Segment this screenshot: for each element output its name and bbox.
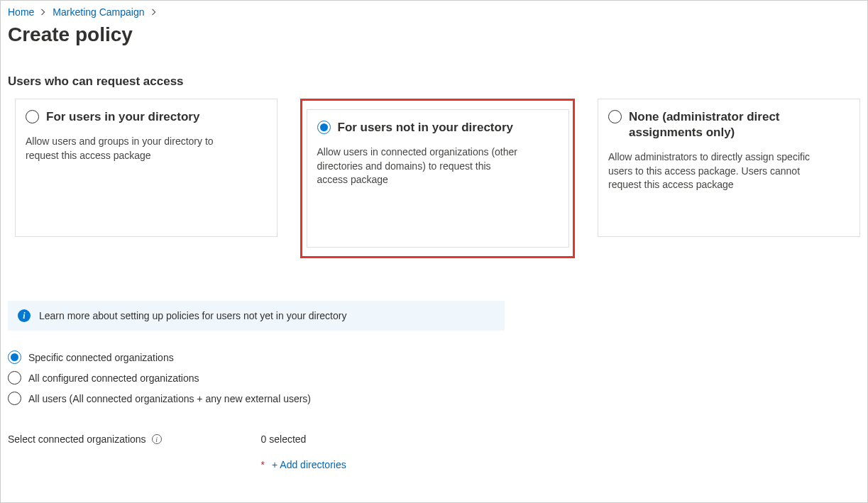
required-asterisk: * [261,459,265,470]
card-description: Allow administrators to directly assign … [608,150,814,192]
radio-icon [8,371,21,385]
scope-option-list: Specific connected organizations All con… [8,350,860,405]
label-text: Select connected organizations [8,433,146,445]
radio-icon [317,121,331,134]
card-none-admin-only[interactable]: None (administrator direct assignments o… [598,99,860,237]
option-all-configured-orgs[interactable]: All configured connected organizations [8,371,860,385]
page-title: Create policy [8,23,860,46]
breadcrumb: Home Marketing Campaign [8,6,860,18]
breadcrumb-home[interactable]: Home [8,6,34,18]
info-banner[interactable]: i Learn more about setting up policies f… [8,301,505,331]
option-label: All configured connected organizations [28,372,199,384]
option-specific-connected-orgs[interactable]: Specific connected organizations [8,350,860,364]
card-title: For users in your directory [46,109,199,125]
radio-icon [8,350,21,364]
radio-icon [8,392,21,405]
radio-icon [26,110,39,123]
request-scope-cards: For users in your directory Allow users … [8,99,860,258]
highlighted-card-frame: For users not in your directory Allow us… [300,99,575,258]
card-description: Allow users in connected organizations (… [317,145,523,187]
card-title: None (administrator direct assignments o… [629,109,850,140]
info-outline-icon[interactable]: i [152,434,162,444]
option-label: Specific connected organizations [28,352,174,363]
radio-icon [608,110,622,123]
selected-count: 0 selected [261,433,346,445]
chevron-right-icon [40,9,47,16]
section-users-label: Users who can request access [8,74,860,89]
card-title: For users not in your directory [338,120,514,136]
info-icon: i [18,309,31,322]
option-all-users[interactable]: All users (All connected organizations +… [8,392,860,405]
breadcrumb-campaign[interactable]: Marketing Campaign [53,6,144,18]
add-directories-link[interactable]: + Add directories [272,459,346,470]
select-connected-orgs-label: Select connected organizations i [8,433,162,445]
info-banner-text: Learn more about setting up policies for… [39,310,346,321]
card-description: Allow users and groups in your directory… [26,135,231,162]
option-label: All users (All connected organizations +… [28,393,311,404]
chevron-right-icon [150,9,158,16]
card-users-in-directory[interactable]: For users in your directory Allow users … [15,99,278,237]
card-users-not-in-directory[interactable]: For users not in your directory Allow us… [307,109,569,248]
